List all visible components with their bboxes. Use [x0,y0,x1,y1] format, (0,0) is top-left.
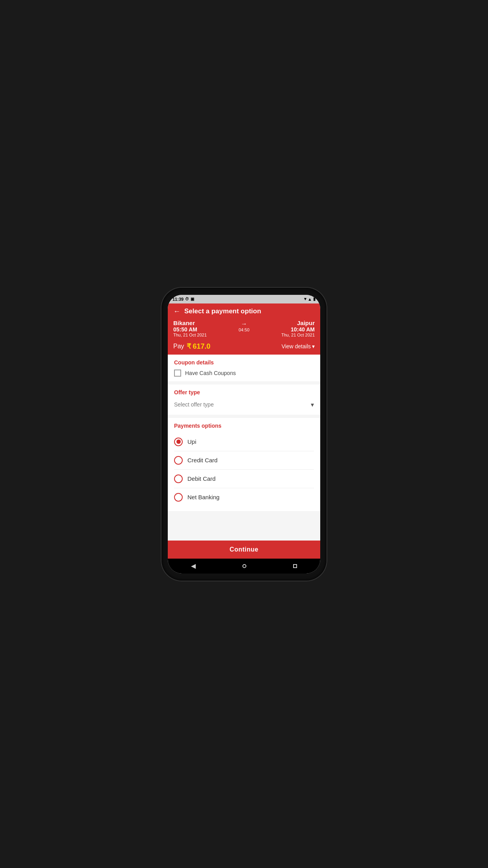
continue-button[interactable]: Continue [168,541,320,559]
view-details-chevron-icon: ▾ [312,343,315,349]
pay-info: Pay ₹ 617.0 [173,342,211,351]
upi-radio-fill [176,440,181,444]
payment-options-section: Payments options Upi Credit Card [168,418,320,511]
cash-coupon-label: Have Cash Coupons [185,370,236,376]
phone-screen: 11:39 ⏱ ▣ ▾ ▲ ▮ ← Select a payment optio… [168,295,320,574]
journey-info: Bikaner 05:50 AM Thu, 21 Oct 2021 → 04:5… [173,320,315,337]
phone-shell: 11:39 ⏱ ▣ ▾ ▲ ▮ ← Select a payment optio… [161,288,327,581]
debit-card-radio[interactable] [174,474,183,483]
page-title: Select a payment option [184,307,261,315]
offer-type-title: Offer type [174,389,314,395]
pay-amount: ₹ 617.0 [187,342,211,351]
payment-option-net-banking[interactable]: Net Banking [174,488,314,506]
nav-back-button[interactable]: ◀ [191,562,196,570]
status-bar: 11:39 ⏱ ▣ ▾ ▲ ▮ [168,295,320,303]
departure-time: 05:50 AM [173,326,207,333]
header-nav: ← Select a payment option [173,307,315,316]
arrival-time: 10:40 AM [291,326,315,333]
bottom-nav: ◀ [168,559,320,574]
back-button[interactable]: ← [173,307,180,316]
view-details-label: View details [282,343,311,349]
upi-label: Upi [187,438,196,445]
nav-home-button[interactable] [242,564,246,568]
view-details-button[interactable]: View details ▾ [282,343,315,349]
origin-block: Bikaner 05:50 AM Thu, 21 Oct 2021 [173,320,207,337]
offer-type-dropdown[interactable]: Select offer type ▾ [174,399,314,410]
journey-duration: 04:50 [238,327,250,332]
offer-type-section: Offer type Select offer type ▾ [168,384,320,415]
upi-radio[interactable] [174,438,183,446]
credit-card-label: Credit Card [187,457,218,463]
app-header: ← Select a payment option Bikaner 05:50 … [168,303,320,355]
main-content: Coupon details Have Cash Coupons Offer t… [168,355,320,541]
credit-card-radio[interactable] [174,456,183,465]
signal-icon: ▲ [308,297,312,302]
payment-option-upi[interactable]: Upi [174,433,314,451]
offer-type-placeholder: Select offer type [174,401,214,408]
destination-city: Jaipur [297,320,315,326]
payment-option-credit-card[interactable]: Credit Card [174,451,314,470]
nav-recent-button[interactable] [293,564,297,568]
journey-arrow-icon: → [241,320,247,327]
payment-options-title: Payments options [174,423,314,429]
departure-date: Thu, 21 Oct 2021 [173,333,207,337]
cash-coupon-checkbox[interactable] [174,370,181,377]
origin-city: Bikaner [173,320,207,326]
coupon-checkbox-row[interactable]: Have Cash Coupons [174,370,314,377]
time-display: 11:39 [172,297,183,302]
pay-label: Pay [173,343,184,350]
payment-option-debit-card[interactable]: Debit Card [174,470,314,488]
coupon-section: Coupon details Have Cash Coupons [168,355,320,381]
destination-block: Jaipur 10:40 AM Thu, 21 Oct 2021 [281,320,315,337]
debit-card-label: Debit Card [187,475,216,482]
net-banking-label: Net Banking [187,494,220,500]
offer-type-chevron-icon: ▾ [311,401,314,408]
coupon-section-title: Coupon details [174,359,314,366]
net-banking-radio[interactable] [174,493,183,502]
clock-icon: ⏱ [185,297,189,301]
pay-row: Pay ₹ 617.0 View details ▾ [173,341,315,351]
status-bar-right: ▾ ▲ ▮ [304,296,316,302]
sim-icon: ▣ [191,297,194,301]
journey-mid: → 04:50 [238,320,250,332]
wifi-icon: ▾ [304,296,306,302]
arrival-date: Thu, 21 Oct 2021 [281,333,315,337]
status-bar-left: 11:39 ⏱ ▣ [172,297,194,302]
battery-icon: ▮ [313,296,316,302]
